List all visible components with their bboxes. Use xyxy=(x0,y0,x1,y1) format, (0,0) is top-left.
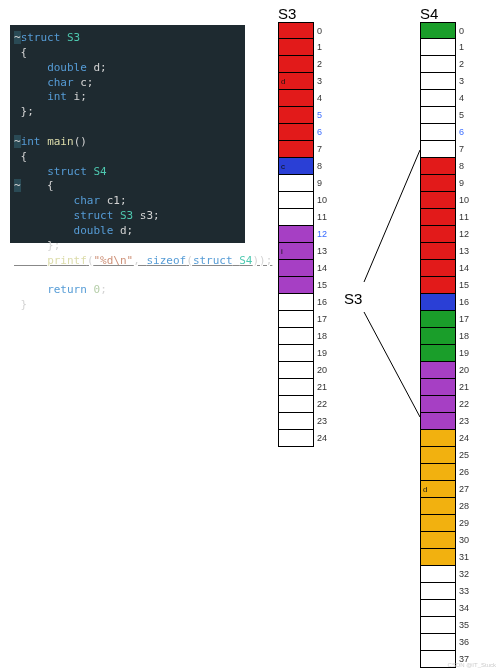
cell-24: 24 xyxy=(278,430,314,447)
cell-1: 1 xyxy=(278,39,314,56)
svg-line-1 xyxy=(364,312,420,417)
cell-index: 11 xyxy=(459,212,469,222)
cell-9: 9 xyxy=(278,175,314,192)
cell-index: 22 xyxy=(459,399,469,409)
code-line: { xyxy=(14,46,241,61)
cell-index: 4 xyxy=(317,93,322,103)
cell-index: 0 xyxy=(317,26,322,36)
stack-s4: 0123456789101112131415161718192021222324… xyxy=(420,22,456,668)
cell-15: 15 xyxy=(278,277,314,294)
cell-18: 18 xyxy=(278,328,314,345)
cell-6: 6 xyxy=(278,124,314,141)
cell-2: 2 xyxy=(420,56,456,73)
cell-16: 16 xyxy=(420,294,456,311)
cell-index: 1 xyxy=(459,42,464,52)
stack-title-s3: S3 xyxy=(278,5,296,22)
cell-index: 7 xyxy=(317,144,322,154)
code-line: char c1; xyxy=(14,194,241,209)
cell-index: 7 xyxy=(459,144,464,154)
code-line: int i; xyxy=(14,90,241,105)
cell-label: d xyxy=(423,485,427,494)
cell-23: 23 xyxy=(420,413,456,430)
cell-index: 25 xyxy=(459,450,469,460)
cell-9: 9 xyxy=(420,175,456,192)
cell-30: 30 xyxy=(420,532,456,549)
cell-2: 2 xyxy=(278,56,314,73)
cell-4: 4 xyxy=(420,90,456,107)
code-line: struct S4 xyxy=(14,165,241,180)
cell-0: 0 xyxy=(420,22,456,39)
cell-10: 10 xyxy=(278,192,314,209)
cell-7: 7 xyxy=(278,141,314,158)
cell-3: 3 xyxy=(420,73,456,90)
cell-12: 12 xyxy=(420,226,456,243)
cell-11: 11 xyxy=(420,209,456,226)
cell-index: 8 xyxy=(459,161,464,171)
cell-index: 8 xyxy=(317,161,322,171)
code-line: }; xyxy=(14,105,241,120)
cell-4: 4 xyxy=(278,90,314,107)
cell-0: 0 xyxy=(278,22,314,39)
cell-index: 24 xyxy=(459,433,469,443)
code-line: ~ { xyxy=(14,179,241,194)
cell-26: 26 xyxy=(420,464,456,481)
cell-index: 34 xyxy=(459,603,469,613)
watermark: CSDN @IT_Stuck xyxy=(448,662,496,668)
code-line: } xyxy=(14,298,241,313)
code-line: ~struct struct S3S3 xyxy=(14,31,241,46)
cell-20: 20 xyxy=(278,362,314,379)
cell-11: 11 xyxy=(278,209,314,226)
cell-35: 35 xyxy=(420,617,456,634)
cell-index: 32 xyxy=(459,569,469,579)
cell-21: 21 xyxy=(420,379,456,396)
cell-index: 12 xyxy=(459,229,469,239)
cell-index: 13 xyxy=(459,246,469,256)
cell-index: 16 xyxy=(459,297,469,307)
cell-index: 36 xyxy=(459,637,469,647)
cell-index: 1 xyxy=(317,42,322,52)
code-line: { xyxy=(14,150,241,165)
code-line: char c; xyxy=(14,76,241,91)
cell-index: 20 xyxy=(459,365,469,375)
cell-5: 5 xyxy=(420,107,456,124)
cell-32: 32 xyxy=(420,566,456,583)
cell-15: 15 xyxy=(420,277,456,294)
cell-index: 17 xyxy=(459,314,469,324)
cell-index: 26 xyxy=(459,467,469,477)
cell-index: 2 xyxy=(459,59,464,69)
code-line: double d; xyxy=(14,61,241,76)
cell-index: 5 xyxy=(317,110,322,120)
cell-29: 29 xyxy=(420,515,456,532)
cell-25: 25 xyxy=(420,447,456,464)
bridge-label: S3 xyxy=(344,290,362,307)
cell-index: 18 xyxy=(459,331,469,341)
cell-27: 27d xyxy=(420,481,456,498)
cell-index: 9 xyxy=(459,178,464,188)
cell-6: 6 xyxy=(420,124,456,141)
cell-index: 23 xyxy=(459,416,469,426)
cell-18: 18 xyxy=(420,328,456,345)
stack-title-s4: S4 xyxy=(420,5,438,22)
cell-index: 33 xyxy=(459,586,469,596)
cell-label: c xyxy=(281,162,285,171)
cell-index: 6 xyxy=(459,127,464,137)
code-line: return 0; xyxy=(14,283,241,298)
cell-index: 29 xyxy=(459,518,469,528)
cell-label: d xyxy=(281,77,285,86)
cell-index: 19 xyxy=(459,348,469,358)
cell-24: 24 xyxy=(420,430,456,447)
cell-index: 3 xyxy=(459,76,464,86)
cell-index: 10 xyxy=(459,195,469,205)
cell-36: 36 xyxy=(420,634,456,651)
cell-23: 23 xyxy=(278,413,314,430)
cell-index: 14 xyxy=(459,263,469,273)
cell-index: 35 xyxy=(459,620,469,630)
bridge-lines xyxy=(324,22,420,442)
cell-8: 8 xyxy=(420,158,456,175)
code-line: double d; xyxy=(14,224,241,239)
cell-13: 13i xyxy=(278,243,314,260)
cell-14: 14 xyxy=(420,260,456,277)
code-line: }; xyxy=(14,239,241,254)
cell-index: 9 xyxy=(317,178,322,188)
cell-1: 1 xyxy=(420,39,456,56)
